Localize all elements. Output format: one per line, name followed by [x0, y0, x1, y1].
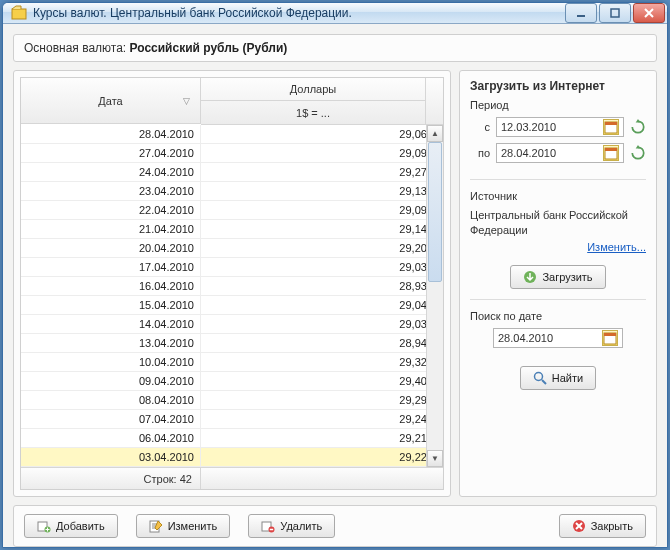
table-row[interactable]: 09.04.201029,40р — [21, 372, 443, 391]
maximize-button[interactable] — [599, 3, 631, 23]
cell-value: 29,24р — [201, 410, 443, 428]
cell-date: 20.04.2010 — [21, 239, 201, 257]
cell-date: 14.04.2010 — [21, 315, 201, 333]
cell-value: 28,94р — [201, 334, 443, 352]
close-button[interactable]: Закрыть — [559, 514, 646, 538]
table-row[interactable]: 07.04.201029,24р — [21, 410, 443, 429]
cell-value: 29,40р — [201, 372, 443, 390]
edit-button[interactable]: Изменить — [136, 514, 231, 538]
calendar-icon[interactable] — [603, 145, 619, 161]
table-row[interactable]: 27.04.201029,09р — [21, 144, 443, 163]
footer-rowcount-label: Строк: — [144, 473, 177, 485]
download-icon — [523, 270, 537, 284]
cell-value: 29,27р — [201, 163, 443, 181]
from-date-label: с — [470, 121, 490, 133]
table-row[interactable]: 13.04.201028,94р — [21, 334, 443, 353]
table-row[interactable]: 24.04.201029,27р — [21, 163, 443, 182]
change-source-link[interactable]: Изменить... — [470, 241, 646, 253]
cell-date: 24.04.2010 — [21, 163, 201, 181]
scroll-thumb[interactable] — [428, 142, 442, 282]
table-row[interactable]: 06.04.201029,21р — [21, 429, 443, 448]
cell-date: 03.04.2010 — [21, 448, 201, 466]
table-row[interactable]: 22.04.201029,09р — [21, 201, 443, 220]
cell-value: 29,06р — [201, 125, 443, 143]
window-title: Курсы валют. Центральный банк Российской… — [33, 6, 565, 20]
period-label: Период — [470, 99, 646, 111]
source-text: Центральный банк Российской Федерации — [470, 208, 646, 239]
table-row[interactable]: 23.04.201029,13р — [21, 182, 443, 201]
cell-value: 29,14р — [201, 220, 443, 238]
cell-value: 29,09р — [201, 201, 443, 219]
sort-desc-icon: ▽ — [183, 96, 190, 106]
table-header: Дата ▽ Доллары 1$ = ... — [21, 78, 443, 125]
column-header-rate[interactable]: 1$ = ... — [201, 101, 425, 124]
to-date-label: по — [470, 147, 490, 159]
table-row[interactable]: 03.04.201029,22р — [21, 448, 443, 467]
table-row[interactable]: 14.04.201029,03р — [21, 315, 443, 334]
edit-icon — [149, 519, 163, 533]
refresh-from-icon[interactable] — [630, 119, 646, 135]
cell-date: 21.04.2010 — [21, 220, 201, 238]
svg-rect-9 — [604, 333, 616, 336]
delete-button[interactable]: Удалить — [248, 514, 335, 538]
minimize-button[interactable] — [565, 3, 597, 23]
refresh-to-icon[interactable] — [630, 145, 646, 161]
rates-panel: Дата ▽ Доллары 1$ = ... 28.04.201029,06р… — [13, 70, 451, 497]
svg-rect-4 — [605, 122, 617, 125]
search-label: Поиск по дате — [470, 310, 646, 322]
from-date-input[interactable]: 12.03.2010 — [496, 117, 624, 137]
scroll-down-button[interactable]: ▼ — [427, 450, 443, 467]
calendar-icon[interactable] — [603, 119, 619, 135]
rates-table: Дата ▽ Доллары 1$ = ... 28.04.201029,06р… — [20, 77, 444, 490]
table-row[interactable]: 20.04.201029,20р — [21, 239, 443, 258]
add-button[interactable]: Добавить — [24, 514, 118, 538]
cell-value: 29,29р — [201, 391, 443, 409]
vertical-scrollbar[interactable]: ▲ ▼ — [426, 125, 443, 467]
app-icon — [11, 5, 27, 21]
base-currency-panel: Основная валюта: Российский рубль (Рубли… — [13, 34, 657, 62]
delete-icon — [261, 519, 275, 533]
search-date-input[interactable]: 28.04.2010 — [493, 328, 623, 348]
table-row[interactable]: 15.04.201029,04р — [21, 296, 443, 315]
cell-value: 29,20р — [201, 239, 443, 257]
close-icon — [572, 519, 586, 533]
find-button[interactable]: Найти — [520, 366, 596, 390]
column-header-currency[interactable]: Доллары — [201, 78, 425, 101]
download-button[interactable]: Загрузить — [510, 265, 605, 289]
cell-date: 10.04.2010 — [21, 353, 201, 371]
column-header-date[interactable]: Дата ▽ — [21, 78, 201, 124]
cell-date: 06.04.2010 — [21, 429, 201, 447]
svg-rect-6 — [605, 148, 617, 151]
cell-value: 29,03р — [201, 258, 443, 276]
cell-value: 29,13р — [201, 182, 443, 200]
close-window-button[interactable] — [633, 3, 665, 23]
svg-rect-0 — [12, 9, 26, 19]
table-row[interactable]: 16.04.201028,93р — [21, 277, 443, 296]
table-row[interactable]: 28.04.201029,06р — [21, 125, 443, 144]
table-row[interactable]: 17.04.201029,03р — [21, 258, 443, 277]
side-panel: Загрузить из Интернет Период с 12.03.201… — [459, 70, 657, 497]
table-row[interactable]: 21.04.201029,14р — [21, 220, 443, 239]
cell-date: 22.04.2010 — [21, 201, 201, 219]
titlebar[interactable]: Курсы валют. Центральный банк Российской… — [3, 3, 667, 24]
scroll-up-button[interactable]: ▲ — [427, 125, 443, 142]
download-section-title: Загрузить из Интернет — [470, 79, 646, 93]
action-bar: Добавить Изменить Удалить Закрыть — [13, 505, 657, 547]
table-row[interactable]: 10.04.201029,32р — [21, 353, 443, 372]
cell-date: 08.04.2010 — [21, 391, 201, 409]
cell-date: 13.04.2010 — [21, 334, 201, 352]
search-icon — [533, 371, 547, 385]
app-window: Курсы валют. Центральный банк Российской… — [2, 2, 668, 548]
footer-rowcount-value: 42 — [180, 473, 192, 485]
to-date-input[interactable]: 28.04.2010 — [496, 143, 624, 163]
cell-value: 29,04р — [201, 296, 443, 314]
cell-date: 16.04.2010 — [21, 277, 201, 295]
calendar-icon[interactable] — [602, 330, 618, 346]
cell-value: 28,93р — [201, 277, 443, 295]
table-row[interactable]: 08.04.201029,29р — [21, 391, 443, 410]
table-body[interactable]: 28.04.201029,06р27.04.201029,09р24.04.20… — [21, 125, 443, 467]
table-footer: Строк: 42 — [21, 467, 443, 489]
cell-date: 23.04.2010 — [21, 182, 201, 200]
cell-date: 07.04.2010 — [21, 410, 201, 428]
cell-date: 15.04.2010 — [21, 296, 201, 314]
